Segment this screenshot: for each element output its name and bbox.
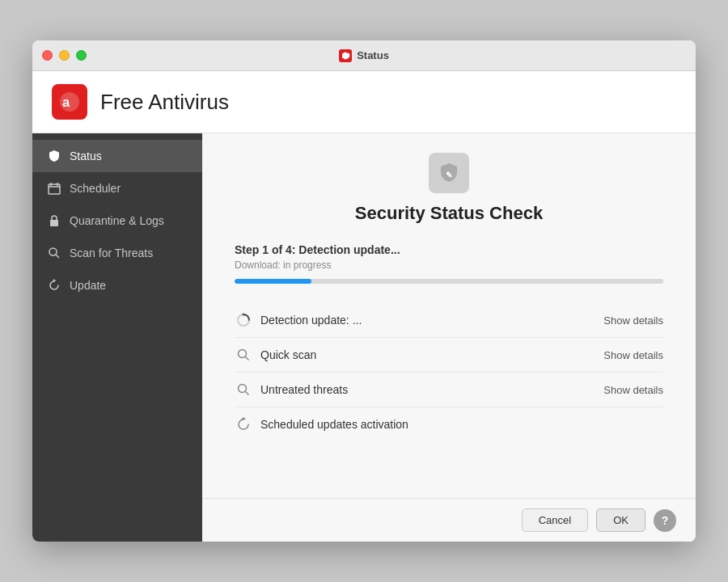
task-label-quickscan: Quick scan: [260, 348, 603, 361]
lock-icon: [47, 213, 61, 228]
cancel-button[interactable]: Cancel: [522, 508, 588, 532]
sidebar-item-scheduler[interactable]: Scheduler: [32, 172, 202, 205]
maximize-button[interactable]: [76, 50, 87, 61]
task-row: Quick scan Show details: [235, 338, 663, 373]
step-sublabel: Download: in progress: [235, 259, 663, 271]
task-label-scheduled: Scheduled updates activation: [260, 418, 663, 431]
search-task-icon-2: [235, 381, 252, 399]
shield-icon: [47, 149, 61, 163]
update-icon: [47, 278, 61, 293]
svg-line-16: [246, 392, 249, 395]
svg-rect-7: [50, 220, 58, 226]
status-icon-area: ✎: [235, 153, 663, 193]
titlebar-text: Status: [357, 49, 389, 61]
step-sublabel-prefix: Download:: [235, 259, 281, 271]
show-details-link-quickscan[interactable]: Show details: [603, 349, 663, 361]
task-list: Detection update: ... Show details Quick…: [235, 303, 663, 441]
sidebar-label-update: Update: [70, 279, 106, 292]
status-shield-icon: ✎: [429, 153, 469, 193]
task-row: Scheduled updates activation: [235, 407, 663, 441]
traffic-lights: [42, 50, 87, 61]
svg-point-12: [243, 314, 245, 316]
help-button[interactable]: ?: [654, 509, 676, 532]
spinner-icon: [235, 311, 252, 329]
footer: Cancel OK ?: [202, 498, 696, 542]
sidebar-label-scheduler: Scheduler: [70, 182, 121, 195]
app-header: a Free Antivirus: [32, 71, 696, 133]
sidebar-label-quarantine: Quarantine & Logs: [70, 214, 164, 227]
main-content: ✎ Security Status Check Step 1 of 4: Det…: [202, 133, 696, 542]
app-logo: a: [52, 84, 87, 120]
titlebar-title: a Status: [339, 49, 389, 62]
content-area: Status Scheduler: [32, 133, 696, 542]
sidebar-item-update[interactable]: Update: [32, 269, 202, 302]
section-title: Security Status Check: [235, 203, 663, 224]
app-name: Free Antivirus: [100, 90, 229, 115]
search-icon: [47, 246, 61, 260]
svg-point-15: [239, 385, 247, 393]
svg-text:✎: ✎: [446, 171, 452, 179]
sidebar: Status Scheduler: [32, 133, 202, 542]
sidebar-item-status[interactable]: Status: [32, 140, 202, 172]
show-details-link-threats[interactable]: Show details: [603, 384, 663, 396]
task-label-threats: Untreated threats: [260, 383, 603, 396]
step-sublabel-value: in progress: [283, 259, 331, 271]
calendar-icon: [47, 181, 61, 196]
ok-button[interactable]: OK: [596, 508, 645, 532]
titlebar-logo: a: [339, 49, 352, 62]
titlebar: a Status: [32, 40, 696, 71]
svg-point-13: [239, 350, 247, 358]
main-inner: ✎ Security Status Check Step 1 of 4: Det…: [202, 133, 696, 498]
svg-line-14: [246, 357, 249, 361]
task-row: Detection update: ... Show details: [235, 303, 663, 338]
sidebar-label-status: Status: [70, 150, 102, 162]
task-row: Untreated threats Show details: [235, 373, 663, 407]
show-details-link-detection[interactable]: Show details: [603, 314, 663, 327]
minimize-button[interactable]: [59, 50, 70, 61]
refresh-task-icon: [235, 415, 252, 433]
progress-bar-fill: [235, 279, 311, 284]
svg-text:a: a: [62, 95, 70, 109]
main-window: a Status a Free Antivirus: [32, 40, 696, 542]
sidebar-label-scan: Scan for Threats: [70, 247, 153, 259]
svg-rect-3: [49, 184, 60, 194]
sidebar-item-scan[interactable]: Scan for Threats: [32, 237, 202, 269]
close-button[interactable]: [42, 50, 53, 61]
svg-text:a: a: [342, 53, 345, 59]
sidebar-item-quarantine[interactable]: Quarantine & Logs: [32, 205, 202, 237]
task-label-detection: Detection update: ...: [260, 314, 603, 327]
svg-line-9: [56, 255, 59, 258]
search-task-icon: [235, 346, 252, 364]
step-label: Step 1 of 4: Detection update...: [235, 243, 663, 256]
progress-bar: [235, 279, 663, 284]
svg-point-8: [49, 248, 57, 255]
